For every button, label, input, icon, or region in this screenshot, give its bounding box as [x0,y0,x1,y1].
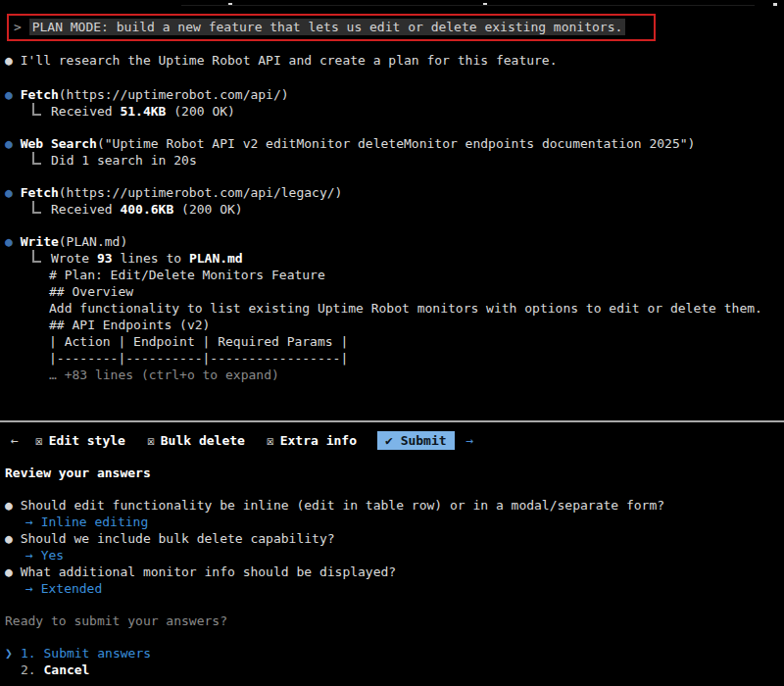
truncation-notice: … +83 lines (ctrl+o to expand) [5,367,784,383]
answer-arrow-icon: → [25,548,33,563]
tab-label: Extra info [280,433,357,448]
tool-call-fetch-2: ● Fetch(https://uptimerobot.com/api/lega… [5,184,784,218]
tool-call-fetch-1: ● Fetch(https://uptimerobot.com/api/) Re… [5,86,784,120]
answer-arrow-icon: → [25,581,33,596]
bullet-icon: ● [5,498,13,513]
question: ● Should edit functionality be inline (e… [5,497,784,514]
cutoff-previous-line [5,0,784,8]
bullet-icon: ● [5,531,13,546]
selection-pointer-icon: ❯ [5,645,21,662]
elbow-connector-icon [32,250,41,263]
tool-result: Wrote 93 lines to PLAN.md [5,250,784,267]
assistant-message: ● I'll research the Uptime Robot API and… [5,52,784,69]
tool-call-header: ● Write(PLAN.md) [5,233,784,250]
answer-tab-bar: ← ☒Edit style ☒Bulk delete ☒Extra info ✔… [5,430,784,450]
elbow-connector-icon [32,201,41,214]
answer-text: Yes [41,548,64,563]
option-label: Submit answers [43,646,151,661]
tab-bulk-delete[interactable]: ☒Bulk delete [147,432,245,449]
review-title: Review your answers [5,465,784,481]
tool-result: Received 400.6KB (200 OK) [5,201,784,218]
option-label: Cancel [43,662,89,677]
checkbox-checked-icon: ☒ [147,433,155,448]
checkbox-checked-icon: ☒ [267,433,274,448]
plan-preview-line: |--------|----------|-----------------| [5,350,784,367]
tool-result-text: Wrote 93 lines to PLAN.md [51,251,243,266]
tool-args: (PLAN.md) [59,234,127,249]
answer-text: Inline editing [41,514,149,529]
tool-name: Write [21,234,59,249]
question: ● What additional monitor info should be… [5,564,784,580]
check-icon: ✔ [385,433,393,448]
answer-text: Extended [41,581,103,596]
option-list: ❯1. Submit answers 2. Cancel [5,645,784,678]
text-fragment [773,3,777,6]
question-text: What additional monitor info should be d… [21,564,397,579]
plan-preview-line: | Action | Endpoint | Required Params | [5,333,784,350]
tool-call-header: ● Fetch(https://uptimerobot.com/api/lega… [5,184,784,201]
bullet-icon: ● [5,53,13,68]
pointer-spacer [5,662,21,678]
terminal: > PLAN MODE: build a new feature that le… [0,0,784,686]
file-preview: # Plan: Edit/Delete Monitors Feature## O… [5,267,784,367]
tool-result-text: Received 400.6KB (200 OK) [51,202,243,217]
tool-bullet-icon: ● [5,87,13,102]
tool-name: Web Search [21,136,97,151]
prompt-caret: > [14,20,22,34]
tool-result: Did 1 search in 20s [5,152,784,169]
tool-result-text: Did 1 search in 20s [51,153,197,168]
checkbox-checked-icon: ☒ [35,433,43,448]
tab-submit[interactable]: ✔ Submit [377,431,455,450]
question-text: Should edit functionality be inline (edi… [21,498,664,513]
tool-bullet-icon: ● [5,185,13,200]
plan-mode-text: PLAN MODE: build a new feature that lets… [29,19,626,35]
option-number: 2. [21,662,36,677]
plan-mode-input-box: > PLAN MODE: build a new feature that le… [7,14,656,41]
answer: → Inline editing [5,514,784,530]
tool-result-text: Received 51.4KB (200 OK) [51,104,235,119]
review-questions: ● Should edit functionality be inline (e… [5,497,784,597]
option-submit-answers[interactable]: ❯1. Submit answers [5,645,784,662]
tool-call-header: ● Fetch(https://uptimerobot.com/api/) [5,86,784,103]
confirm-prompt: Ready to submit your answers? [5,612,784,629]
tool-call-web-search: ● Web Search("Uptime Robot API v2 editMo… [5,135,784,169]
answer-arrow-icon: → [25,514,33,529]
plan-preview-line: ## Overview [5,283,784,300]
tool-bullet-icon: ● [5,136,13,151]
submit-label: Submit [401,433,447,448]
section-divider [0,420,784,422]
tool-args: (https://uptimerobot.com/api/) [59,87,289,102]
question: ● Should we include bulk delete capabili… [5,530,784,547]
tool-args: ("Uptime Robot API v2 editMonitor delete… [97,136,695,151]
assistant-message-text: I'll research the Uptime Robot API and c… [21,53,558,68]
tab-edit-style[interactable]: ☒Edit style [35,432,125,449]
tab-extra-info[interactable]: ☒Extra info [267,432,357,449]
answer: → Extended [5,580,784,597]
tool-bullet-icon: ● [5,234,13,249]
tool-name: Fetch [21,87,59,102]
tool-name: Fetch [21,185,59,200]
tab-nav-left-icon[interactable]: ← [11,432,19,449]
elbow-connector-icon [32,152,41,165]
bullet-icon: ● [5,564,13,579]
divider [181,5,755,6]
question-text: Should we include bulk delete capability… [21,531,335,546]
tab-label: Edit style [49,433,125,448]
plan-preview-line: # Plan: Edit/Delete Monitors Feature [5,267,784,283]
tab-nav-right-icon[interactable]: → [466,432,474,449]
answer: → Yes [5,547,784,564]
option-cancel[interactable]: 2. Cancel [5,662,784,678]
tool-call-header: ● Web Search("Uptime Robot API v2 editMo… [5,135,784,152]
option-number: 1. [21,646,36,661]
elbow-connector-icon [32,103,41,116]
tool-call-write: ● Write(PLAN.md) Wrote 93 lines to PLAN.… [5,233,784,383]
plan-preview-line: Add functionality to list existing Uptim… [5,300,784,317]
tool-args: (https://uptimerobot.com/api/legacy/) [59,185,343,200]
plan-preview-line: ## API Endpoints (v2) [5,317,784,333]
tab-label: Bulk delete [161,433,245,448]
tool-result: Received 51.4KB (200 OK) [5,103,784,120]
